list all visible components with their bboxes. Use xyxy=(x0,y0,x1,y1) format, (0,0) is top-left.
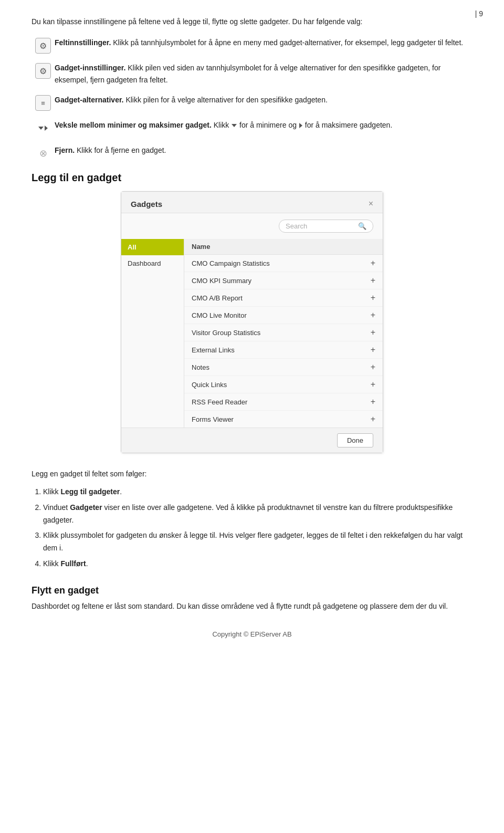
search-icon: 🔍 xyxy=(358,222,366,230)
veksle-suffix: for å maksimere gadgeten. xyxy=(305,121,393,129)
dialog-sidebar: All Dashboard xyxy=(121,239,184,428)
instructions-list: Klikk Legg til gadgeter.Vinduet Gadgeter… xyxy=(43,486,472,570)
gadgets-dialog: Gadgets × Search 🔍 All Dashboard Name CM… xyxy=(121,191,383,453)
dialog-header: Gadgets × xyxy=(121,192,383,213)
feltinnstillinger-title: Feltinnstillinger. xyxy=(55,38,111,47)
gadgetinnstillinger-title: Gadget-innstillinger. xyxy=(55,64,125,72)
icon-row-feltinnstillinger: ⚙ Feltinnstillinger. Klikk på tannhjulsy… xyxy=(32,37,472,54)
page-number: 9 xyxy=(475,9,483,18)
gadget-add-button[interactable]: + xyxy=(371,345,375,355)
section-legg-heading: Legg til en gadget xyxy=(32,172,472,184)
gadget-list-item: External Links+ xyxy=(184,341,383,359)
gadgetalternativer-text: Gadget-alternativer. Klikk pilen for å v… xyxy=(55,94,472,106)
gadget-name: Forms Viewer xyxy=(192,415,234,423)
gear-box-2: ⚙ xyxy=(35,63,51,79)
gadget-list-item: RSS Feed Reader+ xyxy=(184,393,383,411)
footer: Copyright © EPiServer AB xyxy=(0,630,504,638)
gear-box-1: ⚙ xyxy=(35,38,51,54)
gear-icon-1: ⚙ xyxy=(32,37,55,54)
sidebar-item-dashboard[interactable]: Dashboard xyxy=(121,255,184,272)
gadgetalternativer-title: Gadget-alternativer. xyxy=(55,96,124,104)
icon-row-gadgetinnstillinger: ⚙ Gadget-innstillinger. Klikk pilen ved … xyxy=(32,62,472,86)
flytt-text: Dashbordet og feltene er låst som standa… xyxy=(32,600,472,613)
gadget-list-item: Visitor Group Statistics+ xyxy=(184,324,383,341)
gadget-add-button[interactable]: + xyxy=(371,293,375,303)
gadget-add-button[interactable]: + xyxy=(371,397,375,407)
gadget-add-button[interactable]: + xyxy=(371,328,375,337)
instruction-item: Vinduet Gadgeter viser en liste over all… xyxy=(43,502,472,527)
lines-icon: ≡ xyxy=(32,94,55,111)
gadget-list: CMO Campaign Statistics+CMO KPI Summary+… xyxy=(184,255,383,428)
gadget-list-item: CMO KPI Summary+ xyxy=(184,272,383,289)
veksle-middle: for å minimere og xyxy=(239,121,299,129)
gadget-name: Notes xyxy=(192,363,209,371)
section-flytt-heading: Flytt en gadget xyxy=(32,585,472,596)
gadget-name: External Links xyxy=(192,346,235,354)
gadget-name: CMO Campaign Statistics xyxy=(192,259,270,267)
gadget-add-button[interactable]: + xyxy=(371,362,375,372)
gadget-name: CMO KPI Summary xyxy=(192,277,251,285)
gadget-add-button[interactable]: + xyxy=(371,380,375,389)
chevrons-icon xyxy=(32,119,55,136)
gadget-list-item: CMO Campaign Statistics+ xyxy=(184,255,383,272)
dialog-list-area: All Dashboard Name CMO Campaign Statisti… xyxy=(121,239,383,428)
dialog-title: Gadgets xyxy=(131,200,162,209)
dialog-col-header: Name xyxy=(184,239,383,255)
gadget-list-item: Forms Viewer+ xyxy=(184,411,383,428)
gadget-add-button[interactable]: + xyxy=(371,414,375,424)
instruction-item: Klikk plussymbolet for gadgeten du ønske… xyxy=(43,529,472,555)
icon-row-veksle: Veksle mellom minimer og maksimer gadget… xyxy=(32,119,472,136)
gadget-add-button[interactable]: + xyxy=(371,276,375,285)
icon-row-fjern: ⊗ Fjern. Klikk for å fjerne en gadget. xyxy=(32,144,472,161)
col-header-name: Name xyxy=(192,243,210,251)
remove-box: ⊗ xyxy=(34,145,52,161)
dialog-close-button[interactable]: × xyxy=(369,199,373,209)
gadget-list-item: Quick Links+ xyxy=(184,376,383,393)
veksle-chevron-down-icon xyxy=(232,124,237,127)
gadgetalternativer-desc: Klikk pilen for å velge alternativer for… xyxy=(125,96,327,104)
sidebar-item-all[interactable]: All xyxy=(121,239,184,255)
fjern-desc: Klikk for å fjerne en gadget. xyxy=(77,146,166,154)
fjern-title: Fjern. xyxy=(55,146,75,154)
gadget-name: CMO A/B Report xyxy=(192,294,243,302)
dialog-footer: Done xyxy=(121,428,383,453)
gadgetinnstillinger-text: Gadget-innstillinger. Klikk pilen ved si… xyxy=(55,62,472,86)
dialog-main: Name CMO Campaign Statistics+CMO KPI Sum… xyxy=(184,239,383,428)
feltinnstillinger-text: Feltinnstillinger. Klikk på tannhjulsymb… xyxy=(55,37,472,48)
instructions-intro: Legg en gadget til feltet som følger: xyxy=(32,468,472,481)
gadget-add-button[interactable]: + xyxy=(371,310,375,320)
gadget-name: RSS Feed Reader xyxy=(192,398,247,406)
done-button[interactable]: Done xyxy=(337,433,373,447)
gadget-list-item: CMO Live Monitor+ xyxy=(184,307,383,324)
gadget-name: CMO Live Monitor xyxy=(192,311,247,319)
gear-icon-2: ⚙ xyxy=(32,62,55,79)
feltinnstillinger-desc: Klikk på tannhjulsymbolet for å åpne en … xyxy=(113,38,463,47)
veksle-prefix: Klikk xyxy=(214,121,231,129)
dialog-search-row: Search 🔍 xyxy=(121,213,383,239)
search-box[interactable]: Search 🔍 xyxy=(279,220,373,233)
gadget-name: Visitor Group Statistics xyxy=(192,329,260,337)
veksle-text: Veksle mellom minimer og maksimer gadget… xyxy=(55,119,472,131)
instruction-item: Klikk Legg til gadgeter. xyxy=(43,486,472,498)
gadget-list-item: Notes+ xyxy=(184,359,383,376)
gadget-name: Quick Links xyxy=(192,381,227,389)
search-input[interactable]: Search xyxy=(286,222,355,230)
instruction-item: Klikk Fullført. xyxy=(43,558,472,570)
intro-text: Du kan tilpasse innstillingene på felten… xyxy=(32,16,472,27)
veksle-title: Veksle mellom minimer og maksimer gadget… xyxy=(55,121,212,129)
gadget-list-item: CMO A/B Report+ xyxy=(184,289,383,307)
chevrons-box xyxy=(34,120,52,136)
icon-row-gadgetalternativer: ≡ Gadget-alternativer. Klikk pilen for å… xyxy=(32,94,472,111)
lines-box: ≡ xyxy=(35,95,51,111)
veksle-chevron-right-icon xyxy=(299,123,302,128)
remove-icon: ⊗ xyxy=(32,144,55,161)
gadget-add-button[interactable]: + xyxy=(371,258,375,268)
fjern-text: Fjern. Klikk for å fjerne en gadget. xyxy=(55,144,472,156)
